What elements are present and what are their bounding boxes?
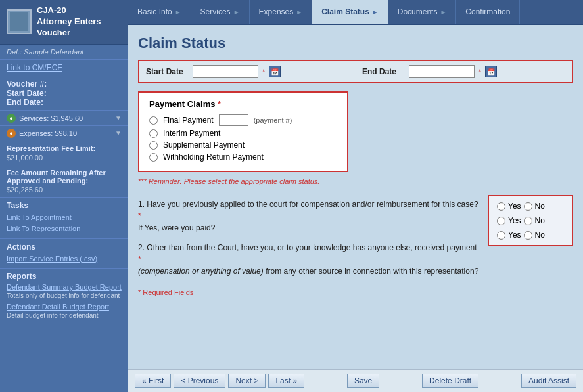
q2-no-radio[interactable] — [524, 231, 532, 240]
payment-interim-radio[interactable] — [149, 129, 158, 138]
question-2-row: 2. Other than from the Court, have you, … — [138, 242, 481, 277]
expenses-arrow: ▼ — [115, 129, 122, 137]
tab-documents[interactable]: Documents ► — [388, 0, 457, 24]
q1-no-label: No — [535, 202, 545, 211]
questions-list: 1. Have you previously applied to the co… — [138, 198, 481, 285]
tab-arrow-4: ► — [440, 9, 446, 16]
tab-arrow-2: ► — [296, 9, 302, 16]
payment-supplemental-label: Supplemental Payment — [163, 141, 245, 150]
bottom-toolbar: « First < Previous Next > Last » Save De… — [128, 369, 583, 392]
required-fields-note: * Required Fields — [138, 288, 573, 296]
tasks-section: Tasks Link To Appointment Link To Repres… — [0, 198, 128, 239]
payment-option-supplemental: Supplemental Payment — [149, 141, 337, 150]
payment-final-label: Final Payment — [163, 116, 214, 125]
question-1-text: 1. Have you previously applied to the co… — [138, 198, 481, 234]
q1sub-no-label: No — [535, 216, 545, 225]
end-date-field: End Date * 📅 — [362, 65, 565, 78]
end-date-input[interactable] — [409, 65, 475, 78]
tab-confirmation[interactable]: Confirmation — [456, 0, 520, 24]
page-title: Claim Status — [138, 35, 573, 52]
summary-budget-report-link[interactable]: Defendant Summary Budget Report — [7, 283, 122, 291]
summary-report-desc: Totals only of budget info for defendant — [7, 292, 122, 299]
start-date-calendar-icon[interactable]: 📅 — [269, 66, 281, 77]
tab-arrow-1: ► — [233, 9, 240, 16]
services-icon: ● — [7, 114, 16, 123]
questions-area: 1. Have you previously applied to the co… — [138, 195, 573, 285]
end-date-required: * — [478, 68, 481, 76]
payment-option-final: Final Payment (payment #) — [149, 114, 337, 126]
payment-number-hint: (payment #) — [254, 116, 292, 124]
save-button[interactable]: Save — [347, 374, 379, 388]
start-date-field: Start Date * 📅 — [146, 65, 349, 78]
voucher-info: Voucher #: Start Date: End Date: — [0, 76, 128, 111]
audit-assist-button[interactable]: Audit Assist — [521, 374, 576, 388]
previous-button[interactable]: < Previous — [174, 374, 225, 388]
sidebar-header: CJA-20 Attorney Enters Voucher — [0, 0, 128, 45]
representation-link[interactable]: Link To Representation — [7, 223, 122, 235]
tab-claim-status[interactable]: Claim Status ► — [312, 0, 388, 24]
detail-budget-report-link[interactable]: Defendant Detail Budget Report — [7, 303, 122, 311]
q1sub-yes-label: Yes — [508, 216, 521, 225]
last-button[interactable]: Last » — [268, 374, 304, 388]
q2-answer-row: Yes No — [497, 230, 564, 240]
q1-yes-radio[interactable] — [497, 202, 505, 211]
services-row[interactable]: ● Services: $1,945.60 ▼ — [0, 111, 128, 126]
payment-supplemental-radio[interactable] — [149, 141, 158, 150]
tab-expenses[interactable]: Expenses ► — [250, 0, 313, 24]
next-button[interactable]: Next > — [228, 374, 266, 388]
appointment-link[interactable]: Link To Appointment — [7, 212, 122, 224]
tab-arrow-0: ► — [175, 9, 181, 16]
question-2-text: 2. Other than from the Court, have you, … — [138, 242, 481, 277]
q1-answer-row: Yes No — [497, 202, 564, 211]
q1sub-yes-radio[interactable] — [497, 217, 505, 225]
q2-yes-label: Yes — [508, 230, 521, 240]
payment-option-withholding: Withholding Return Payment — [149, 152, 337, 162]
question-1-row: 1. Have you previously applied to the co… — [138, 198, 481, 234]
expenses-label: Expenses: $98.10 — [19, 129, 112, 137]
payment-withholding-radio[interactable] — [149, 153, 158, 162]
answer-box: Yes No Yes No Yes — [488, 195, 573, 246]
delete-draft-button[interactable]: Delete Draft — [422, 374, 478, 388]
q1sub-answer-row: Yes No — [497, 216, 564, 225]
expenses-icon: ● — [7, 129, 16, 138]
nav-tabs: Basic Info ► Services ► Expenses ► Claim… — [128, 0, 583, 25]
defendant-label: Def.: Sample Defendant — [0, 45, 128, 60]
app-title: CJA-20 Attorney Enters Voucher — [37, 5, 101, 39]
date-row: Start Date * 📅 End Date * 📅 — [138, 60, 573, 83]
cmecf-link[interactable]: Link to CM/ECF — [0, 60, 128, 76]
payment-withholding-label: Withholding Return Payment — [163, 152, 264, 162]
main-content: Basic Info ► Services ► Expenses ► Claim… — [128, 0, 583, 392]
first-button[interactable]: « First — [135, 374, 171, 388]
app-logo — [7, 9, 32, 34]
reminder-text: *** Reminder: Please select the appropri… — [138, 177, 573, 185]
start-date-label: Start Date — [146, 67, 189, 76]
q2-yes-radio[interactable] — [497, 231, 505, 240]
detail-report-desc: Detail budget info for defendant — [7, 312, 122, 319]
payment-option-interim: Interim Payment — [149, 129, 337, 138]
import-csv-link[interactable]: Import Service Entries (.csv) — [7, 253, 122, 265]
expenses-row[interactable]: ● Expenses: $98.10 ▼ — [0, 126, 128, 141]
services-arrow: ▼ — [115, 114, 122, 121]
start-date-input[interactable] — [193, 65, 258, 78]
payment-number-input[interactable] — [219, 114, 248, 126]
fee-remaining-section: Fee Amount Remaining After Approved and … — [0, 165, 128, 198]
sidebar: CJA-20 Attorney Enters Voucher Def.: Sam… — [0, 0, 128, 392]
end-date-calendar-icon[interactable]: 📅 — [485, 66, 497, 77]
q1sub-no-radio[interactable] — [524, 217, 532, 225]
payment-final-radio[interactable] — [149, 116, 158, 125]
start-date-required: * — [262, 68, 265, 76]
payment-interim-label: Interim Payment — [163, 129, 220, 138]
payment-claims-title: Payment Claims * — [149, 99, 337, 109]
rep-fee-section: Representation Fee Limit: $21,000.00 — [0, 141, 128, 165]
payment-claims-box: Payment Claims * Final Payment (payment … — [138, 91, 348, 172]
tab-services[interactable]: Services ► — [191, 0, 250, 24]
end-date-label: End Date — [362, 67, 405, 76]
q1-yes-label: Yes — [508, 202, 521, 211]
services-label: Services: $1,945.60 — [19, 114, 112, 122]
q1-no-radio[interactable] — [524, 202, 532, 211]
reports-section: Reports Defendant Summary Budget Report … — [0, 269, 128, 326]
tab-basic-info[interactable]: Basic Info ► — [128, 0, 191, 24]
tab-arrow-3: ► — [372, 9, 379, 16]
page-area: Claim Status Start Date * 📅 End Date * 📅 — [128, 25, 583, 369]
actions-section: Actions Import Service Entries (.csv) — [0, 239, 128, 269]
